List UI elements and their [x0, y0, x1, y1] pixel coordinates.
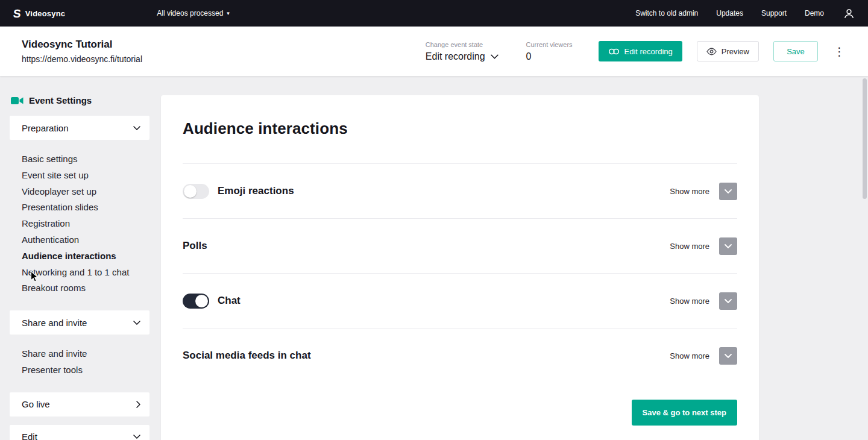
expand-row-button[interactable]: [719, 183, 737, 200]
preview-label: Preview: [722, 47, 749, 56]
event-state-dropdown[interactable]: Edit recording: [426, 51, 498, 62]
expand-row-button[interactable]: [719, 292, 737, 310]
topbar: S Videosync All videos processed ▾ Switc…: [0, 0, 868, 27]
feature-label: Social media feeds in chat: [183, 350, 311, 362]
videosync-logo-icon: S: [13, 8, 22, 19]
videos-processed-label: All videos processed: [157, 9, 223, 17]
current-viewers-count: 0: [526, 51, 573, 62]
sidebar-item-registration[interactable]: Registration: [22, 216, 149, 232]
event-title: Videosync Tutorial: [22, 39, 142, 51]
sidebar-title: Event Settings: [10, 92, 149, 109]
kebab-menu-icon[interactable]: ⋮: [832, 46, 846, 57]
caret-down-icon: ▾: [227, 10, 230, 16]
link-demo[interactable]: Demo: [805, 9, 824, 17]
toggle-knob: [184, 185, 197, 198]
sidebar-title-label: Event Settings: [29, 95, 92, 105]
feature-label: Emoji reactions: [218, 185, 294, 197]
current-viewers-block: Current viewers 0: [526, 41, 573, 62]
recording-icon: [608, 48, 620, 55]
feature-label: Polls: [183, 240, 207, 252]
event-title-block: Videosync Tutorial https://demo.videosyn…: [22, 39, 142, 64]
sidebar-item-networking-1to1-chat[interactable]: Networking and 1 to 1 chat: [22, 265, 149, 281]
chevron-down-icon: [133, 321, 140, 325]
show-more-link[interactable]: Show more: [670, 297, 709, 306]
feature-row-chat: Chat Show more: [161, 274, 759, 328]
emoji-reactions-toggle[interactable]: [183, 184, 209, 199]
save-next-step-button[interactable]: Save & go to next step: [632, 400, 737, 426]
section-go-live-label: Go live: [22, 399, 50, 409]
sidebar-item-basic-settings[interactable]: Basic settings: [22, 151, 149, 168]
sidebar-item-presenter-tools[interactable]: Presenter tools: [22, 362, 149, 379]
share-nav-list: Share and invite Presenter tools: [10, 335, 149, 392]
event-state-value: Edit recording: [426, 51, 485, 62]
sidebar-section-edit[interactable]: Edit: [10, 425, 149, 440]
sidebar-item-authentication[interactable]: Authentication: [22, 232, 149, 248]
show-more-link[interactable]: Show more: [670, 242, 709, 251]
toggle-knob: [195, 295, 208, 307]
feature-row-emoji-reactions: Emoji reactions Show more: [161, 164, 759, 218]
sidebar-item-presentation-slides[interactable]: Presentation slides: [22, 200, 149, 216]
sidebar-item-share-and-invite[interactable]: Share and invite: [22, 346, 149, 362]
sidebar-section-go-live[interactable]: Go live: [10, 392, 149, 416]
section-edit-label: Edit: [22, 432, 37, 440]
chevron-right-icon: [136, 401, 140, 408]
section-preparation-label: Preparation: [22, 123, 69, 133]
link-switch-to-old-admin[interactable]: Switch to old admin: [635, 9, 698, 17]
sidebar-section-share-and-invite[interactable]: Share and invite: [10, 310, 149, 335]
feature-label: Chat: [218, 295, 241, 307]
edit-recording-label: Edit recording: [624, 47, 673, 56]
sidebar-item-audience-interactions[interactable]: Audience interactions: [22, 248, 149, 265]
topbar-links: Switch to old admin Updates Support Demo: [635, 9, 824, 17]
event-header: Videosync Tutorial https://demo.videosyn…: [0, 27, 868, 76]
link-support[interactable]: Support: [761, 9, 787, 17]
chevron-down-icon: [725, 244, 732, 248]
current-viewers-label: Current viewers: [526, 41, 573, 48]
videos-processed-dropdown[interactable]: All videos processed ▾: [157, 9, 230, 17]
eye-icon: [706, 48, 717, 55]
chevron-down-icon: [725, 354, 732, 358]
chat-toggle[interactable]: [183, 294, 209, 309]
preparation-nav-list: Basic settings Event site set up Videopl…: [10, 140, 149, 310]
feature-row-polls: Polls Show more: [161, 219, 759, 273]
expand-row-button[interactable]: [719, 237, 737, 255]
show-more-link[interactable]: Show more: [670, 351, 709, 360]
sidebar-item-videoplayer-set-up[interactable]: Videoplayer set up: [22, 184, 149, 200]
chevron-down-icon: [491, 54, 498, 59]
preview-button[interactable]: Preview: [697, 41, 759, 61]
brand-name: Videosync: [25, 9, 66, 18]
audience-interactions-card: Audience interactions Emoji reactions Sh…: [161, 95, 759, 440]
videosync-logo[interactable]: S Videosync: [13, 8, 65, 19]
chevron-down-icon: [725, 189, 732, 193]
event-url: https://demo.videosync.fi/tutorial: [22, 54, 142, 64]
edit-recording-button[interactable]: Edit recording: [599, 41, 682, 61]
scrollbar-thumb[interactable]: [863, 78, 867, 199]
event-state-block: Change event state Edit recording: [426, 41, 498, 62]
save-button[interactable]: Save: [773, 41, 818, 61]
sidebar-item-event-site-set-up[interactable]: Event site set up: [22, 168, 149, 184]
chevron-down-icon: [133, 435, 140, 439]
sidebar-item-breakout-rooms[interactable]: Breakout rooms: [22, 280, 149, 297]
chevron-down-icon: [133, 126, 140, 130]
user-icon[interactable]: [843, 8, 855, 19]
show-more-link[interactable]: Show more: [670, 187, 709, 196]
page-title: Audience interactions: [161, 95, 759, 138]
feature-row-social-media-feeds: Social media feeds in chat Show more: [161, 328, 759, 383]
save-next-step-label: Save & go to next step: [643, 408, 726, 417]
expand-row-button[interactable]: [719, 347, 737, 365]
sidebar-section-preparation[interactable]: Preparation: [10, 116, 149, 140]
chevron-down-icon: [725, 299, 732, 303]
section-share-label: Share and invite: [22, 318, 87, 328]
settings-sidebar: Event Settings Preparation Basic setting…: [10, 92, 149, 440]
event-state-label: Change event state: [426, 41, 498, 48]
save-label: Save: [787, 47, 805, 56]
video-camera-icon: [11, 96, 24, 105]
card-footer: Save & go to next step: [161, 383, 759, 440]
link-updates[interactable]: Updates: [716, 9, 743, 17]
